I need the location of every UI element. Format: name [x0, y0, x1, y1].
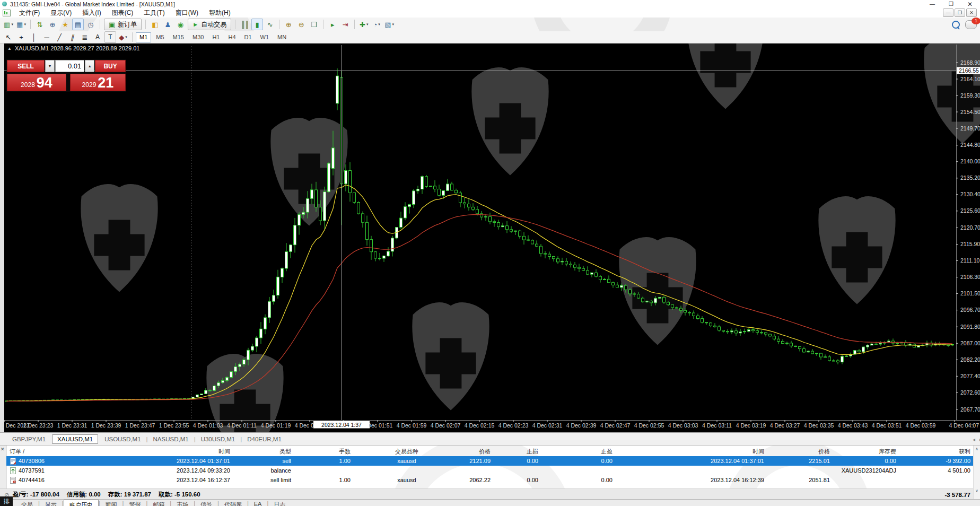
- timeframe-M1[interactable]: M1: [136, 32, 151, 42]
- terminal-tab[interactable]: EA: [249, 500, 267, 506]
- menu-item[interactable]: 插入(I): [77, 8, 106, 18]
- vertical-line-icon[interactable]: │: [28, 31, 40, 43]
- timeframe-W1[interactable]: W1: [257, 32, 273, 42]
- chart-tab[interactable]: USOUSD,M1: [100, 435, 145, 443]
- chart-shift-icon[interactable]: ⇥: [339, 19, 351, 30]
- sell-price[interactable]: 2028 94: [7, 74, 66, 91]
- arrows-icon[interactable]: ◆▾: [117, 31, 129, 43]
- candlestick-mode-icon[interactable]: ▮: [251, 19, 263, 30]
- restore-button[interactable]: ❐: [949, 1, 953, 7]
- column-header[interactable]: 订单 /: [6, 448, 101, 456]
- menu-item[interactable]: 窗口(W): [170, 8, 204, 18]
- horizontal-line-icon[interactable]: ─: [41, 31, 52, 43]
- market-watch-icon[interactable]: ⇅: [34, 19, 46, 30]
- indicators-icon[interactable]: ✚▾: [358, 19, 370, 30]
- column-header[interactable]: 类型: [233, 448, 294, 456]
- periods-icon[interactable]: ◔▾: [371, 19, 382, 30]
- menu-item[interactable]: 帮助(H): [204, 8, 236, 18]
- volume-increment-button[interactable]: ▲: [85, 60, 94, 72]
- navigator-icon[interactable]: ★: [59, 19, 71, 30]
- notifications-bubble-icon[interactable]: 1: [965, 20, 977, 29]
- terminal-close-icon[interactable]: ✕: [1, 447, 5, 452]
- terminal-tab[interactable]: 账户历史: [64, 500, 99, 506]
- new-chart-icon[interactable]: ▥▾: [3, 19, 14, 30]
- terminal-scrollbar[interactable]: ∧ ∨: [973, 446, 980, 502]
- volume-decrement-button[interactable]: ▼: [45, 60, 55, 72]
- terminal-tab[interactable]: 新闻: [100, 500, 122, 506]
- column-header[interactable]: 获利: [899, 448, 974, 456]
- column-header[interactable]: 价格: [767, 448, 833, 456]
- auto-scroll-icon[interactable]: ▸: [327, 19, 338, 30]
- column-header[interactable]: 库存费: [833, 448, 899, 456]
- bar-chart-mode-icon[interactable]: ║║: [239, 19, 250, 30]
- column-header[interactable]: 止损: [494, 448, 541, 456]
- data-window-icon[interactable]: ⊕: [47, 19, 58, 30]
- scroll-up-icon[interactable]: ∧: [975, 447, 978, 451]
- profiles-icon[interactable]: ▦▾: [15, 19, 27, 30]
- timeframe-M30[interactable]: M30: [189, 32, 207, 42]
- crosshair-icon[interactable]: +: [15, 31, 27, 43]
- menu-item[interactable]: 图表(C): [107, 8, 139, 18]
- chart-tab[interactable]: NASUSD,M1: [148, 435, 194, 443]
- terminal-icon[interactable]: ▤: [72, 19, 84, 30]
- new-order-button[interactable]: ▣ 新订单: [104, 19, 142, 30]
- scroll-down-icon[interactable]: ∨: [975, 488, 978, 493]
- search-icon[interactable]: [952, 21, 960, 29]
- terminal-tab[interactable]: 警报: [124, 500, 146, 506]
- chart-tab[interactable]: GBPJPY,M1: [7, 435, 50, 443]
- timeframe-MN[interactable]: MN: [274, 32, 290, 42]
- community-icon[interactable]: ♟: [162, 19, 173, 30]
- strategy-tester-icon[interactable]: ◷: [85, 19, 97, 30]
- tile-windows-icon[interactable]: ❒: [308, 19, 320, 30]
- mdi-close-button[interactable]: ✕: [966, 8, 977, 17]
- terminal-tab[interactable]: 代码库: [219, 500, 247, 506]
- column-header[interactable]: 时间: [616, 448, 767, 456]
- volume-input[interactable]: 0.01: [55, 60, 84, 72]
- timeframe-M15[interactable]: M15: [169, 32, 188, 42]
- terminal-tab[interactable]: 显示: [40, 500, 62, 506]
- mdi-restore-button[interactable]: ❐: [955, 8, 965, 17]
- buy-button[interactable]: BUY: [95, 60, 126, 72]
- fibonacci-icon[interactable]: ≣: [79, 31, 91, 43]
- terminal-tab[interactable]: 市场: [171, 500, 194, 506]
- metaeditor-icon[interactable]: ◧: [149, 19, 161, 30]
- column-header[interactable]: 时间: [101, 448, 233, 456]
- tab-scroll-left-icon[interactable]: ◂: [973, 437, 975, 442]
- column-header[interactable]: 手数: [294, 448, 354, 456]
- candlestick-chart[interactable]: 2168.902164.102159.302154.502149.702144.…: [0, 43, 980, 432]
- column-header[interactable]: 价格: [460, 448, 494, 456]
- chart-tab[interactable]: XAUUSD,M1: [52, 434, 98, 444]
- collapse-panel-icon[interactable]: ▲: [7, 46, 12, 51]
- zoom-out-icon[interactable]: ⊖: [295, 19, 307, 30]
- terminal-tab[interactable]: 日志: [268, 500, 291, 506]
- menu-item[interactable]: 工具(T): [138, 8, 170, 18]
- cursor-icon[interactable]: ↖: [3, 31, 14, 43]
- timeframe-H4[interactable]: H4: [224, 32, 239, 42]
- terminal-tab[interactable]: 邮箱: [147, 500, 170, 506]
- chart-tab[interactable]: U30USD,M1: [196, 435, 240, 443]
- line-chart-mode-icon[interactable]: ∿: [264, 19, 276, 30]
- text-label-icon[interactable]: T: [104, 31, 116, 43]
- channel-icon[interactable]: ∥: [66, 31, 78, 43]
- templates-icon[interactable]: ▧▾: [383, 19, 395, 30]
- menu-item[interactable]: 显示(V): [45, 8, 77, 18]
- zoom-in-icon[interactable]: ⊕: [283, 19, 294, 30]
- text-icon[interactable]: A: [92, 31, 103, 43]
- terminal-tab[interactable]: 信号: [195, 500, 217, 506]
- sell-button[interactable]: SELL: [7, 60, 45, 72]
- timeframe-D1[interactable]: D1: [241, 32, 256, 42]
- trendline-icon[interactable]: ╱: [54, 31, 65, 43]
- signals-icon[interactable]: ◉: [174, 19, 186, 30]
- close-button[interactable]: ✕: [967, 1, 973, 8]
- buy-price[interactable]: 2029 21: [70, 74, 126, 91]
- terminal-tab[interactable]: 交易: [16, 500, 38, 506]
- order-row[interactable]: 407308062023.12.04 01:37:01sell1.00xauus…: [6, 456, 974, 466]
- menu-item[interactable]: 文件(F): [14, 8, 45, 18]
- order-row[interactable]: 407375912023.12.04 09:33:20balanceXAUUSD…: [6, 466, 974, 475]
- column-header[interactable]: 交易品种: [354, 448, 460, 456]
- timeframe-M5[interactable]: M5: [152, 32, 168, 42]
- order-row[interactable]: 407444162023.12.04 16:12:37sell limit1.0…: [6, 475, 974, 485]
- chart-tab[interactable]: D40EUR,M1: [242, 435, 286, 443]
- mdi-minimize-button[interactable]: —: [943, 8, 953, 17]
- autotrading-button[interactable]: ► 自动交易: [188, 19, 231, 30]
